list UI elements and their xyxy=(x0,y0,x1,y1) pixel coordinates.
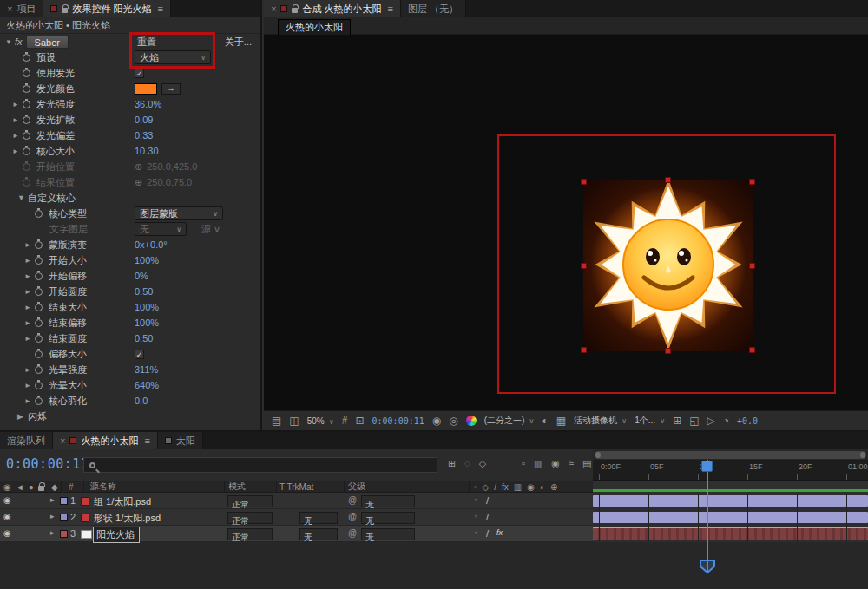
parent-dropdown[interactable]: 无∨ xyxy=(361,528,415,540)
label-color-chip[interactable] xyxy=(60,514,68,521)
layer-row[interactable]: ◉▸3阳光火焰正常∨无∨@无∨▫/fx xyxy=(0,526,593,542)
grid-guides-icon[interactable]: # xyxy=(342,415,348,427)
gradient-edit-icon[interactable]: → xyxy=(161,83,181,95)
timeline-tab-0[interactable]: 渲染队列 xyxy=(0,432,53,449)
exposure-value[interactable]: +0.0 xyxy=(737,416,758,426)
twirl-icon[interactable]: ► xyxy=(12,147,23,155)
property-value[interactable]: 0.09 xyxy=(135,115,153,125)
expander-icon[interactable]: ▸ xyxy=(50,528,55,537)
close-icon[interactable]: × xyxy=(7,3,12,14)
stopwatch-icon[interactable] xyxy=(35,350,43,358)
panel-menu-icon[interactable]: ≡ xyxy=(144,435,149,446)
transparency-grid-icon[interactable]: ▦ xyxy=(556,415,566,427)
dropdown[interactable]: 火焰∨ xyxy=(135,50,211,64)
selection-handle[interactable] xyxy=(581,263,587,269)
twirl-icon[interactable]: ► xyxy=(24,366,35,374)
collapse-switch-icon[interactable]: ▫ xyxy=(475,495,477,504)
eye-icon[interactable]: ◉ xyxy=(3,495,11,505)
dropdown[interactable]: 图层蒙版∨ xyxy=(135,206,223,220)
stopwatch-icon[interactable] xyxy=(35,304,43,311)
quality-switch-icon[interactable]: / xyxy=(486,495,489,506)
live-update-icon[interactable]: ◌ xyxy=(464,458,470,469)
twirl-icon[interactable]: ► xyxy=(12,116,23,124)
property-value[interactable]: 0% xyxy=(135,271,148,281)
expander-icon[interactable]: ▸ xyxy=(50,495,55,504)
twirl-icon[interactable]: ► xyxy=(24,272,35,280)
selection-handle[interactable] xyxy=(749,263,755,269)
label-color-chip[interactable] xyxy=(60,497,68,505)
layer-duration-bar[interactable] xyxy=(593,528,868,540)
composition-tab-1[interactable]: 图层 （无） xyxy=(401,0,466,17)
twirl-icon[interactable]: ► xyxy=(24,382,35,389)
layer-row[interactable]: ◉▸2形状 1/太阳.psd正常∨无∨@无∨▫/ xyxy=(0,509,593,526)
stopwatch-icon[interactable] xyxy=(35,272,43,280)
checkbox[interactable]: ✓ xyxy=(135,69,144,78)
motion-blur-icon[interactable]: ◉ xyxy=(551,458,560,469)
pixel-aspect-icon[interactable]: ◱ xyxy=(689,415,699,427)
twirl-icon[interactable]: ▼ xyxy=(17,193,28,202)
about-link[interactable]: 关于... xyxy=(225,36,252,49)
selection-handle[interactable] xyxy=(581,179,587,185)
close-icon[interactable]: × xyxy=(271,3,276,14)
property-value[interactable]: 0.50 xyxy=(135,333,153,344)
property-value[interactable]: 100% xyxy=(135,302,159,312)
property-value[interactable]: 10.30 xyxy=(135,146,159,156)
channel-wheel-icon[interactable] xyxy=(466,416,477,426)
eye-icon[interactable]: ◉ xyxy=(3,512,11,521)
label-color-chip[interactable] xyxy=(60,530,68,538)
stopwatch-icon[interactable] xyxy=(23,101,30,108)
view-options-icon[interactable]: ⊞ xyxy=(673,415,681,427)
mode-dropdown[interactable]: 正常∨ xyxy=(227,495,273,507)
eye-icon[interactable]: ◉ xyxy=(3,528,11,538)
pickwhip-icon[interactable]: @ xyxy=(348,528,357,538)
stopwatch-icon[interactable] xyxy=(23,179,30,187)
twirl-icon[interactable]: ► xyxy=(24,288,35,296)
twirl-icon[interactable]: ► xyxy=(12,101,23,108)
timeline-tab-1[interactable]: ×火热的小太阳≡ xyxy=(53,432,158,449)
monitor-icon[interactable]: ▤ xyxy=(272,415,281,427)
timeline-tab-2[interactable]: 太阳 xyxy=(158,432,203,449)
zoom-dropdown[interactable]: 50% ∨ xyxy=(307,416,334,426)
layer-duration-bar[interactable] xyxy=(593,512,868,523)
playhead-handle[interactable] xyxy=(701,461,713,472)
color-swatch[interactable] xyxy=(135,83,157,95)
checkbox[interactable]: ✓ xyxy=(135,350,144,359)
stopwatch-icon[interactable] xyxy=(23,116,30,124)
layer-name[interactable]: 形状 1/太阳.psd xyxy=(94,512,161,525)
composition-button[interactable]: 火热的小太阳 xyxy=(278,19,351,36)
stopwatch-icon[interactable] xyxy=(35,319,43,327)
fast-preview-icon[interactable]: ▷ xyxy=(707,415,715,427)
exposure-icon[interactable]: ◔ xyxy=(723,415,729,427)
property-value[interactable]: 640% xyxy=(135,380,159,390)
panel-menu-icon[interactable]: ≡ xyxy=(388,3,393,14)
stopwatch-icon[interactable] xyxy=(35,257,43,265)
property-value[interactable]: 311% xyxy=(135,364,158,375)
effect-panel-tab-1[interactable]: 效果控件 阳光火焰≡ xyxy=(43,0,170,17)
collapse-switch-icon[interactable]: ▫ xyxy=(475,512,477,520)
stopwatch-icon[interactable] xyxy=(23,147,30,155)
stopwatch-icon[interactable] xyxy=(23,85,30,93)
quality-switch-icon[interactable]: / xyxy=(486,512,489,522)
stopwatch-icon[interactable] xyxy=(35,210,43,218)
selection-handle[interactable] xyxy=(581,347,587,353)
layer-name[interactable]: 阳光火焰 xyxy=(93,527,140,543)
stopwatch-icon[interactable] xyxy=(35,288,43,296)
composition-viewer[interactable] xyxy=(264,35,868,410)
collapse-switch-icon[interactable]: ▫ xyxy=(475,528,477,537)
selection-handle[interactable] xyxy=(749,347,755,353)
close-icon[interactable]: × xyxy=(60,435,65,446)
composition-tab-0[interactable]: ×合成 火热的小太阳≡ xyxy=(264,0,401,17)
twirl-open-icon[interactable]: ▼ xyxy=(5,38,15,46)
property-value[interactable]: 100% xyxy=(135,255,159,265)
trkmat-dropdown[interactable]: 无∨ xyxy=(299,528,338,540)
show-snapshot-icon[interactable]: ◎ xyxy=(449,415,457,427)
pickwhip-icon[interactable]: @ xyxy=(348,512,357,521)
search-input[interactable] xyxy=(101,460,437,470)
stopwatch-icon[interactable] xyxy=(23,163,30,171)
quality-switch-icon[interactable]: / xyxy=(486,528,489,539)
layer-name[interactable]: 组 1/太阳.psd xyxy=(94,495,151,508)
resolution-dropdown[interactable]: (二分之一) ∨ xyxy=(484,415,535,427)
layer-row[interactable]: ◉▸1组 1/太阳.psd正常∨@无∨▫/ xyxy=(0,493,593,509)
selection-handle[interactable] xyxy=(665,348,671,354)
pickwhip-icon[interactable]: @ xyxy=(348,495,357,505)
